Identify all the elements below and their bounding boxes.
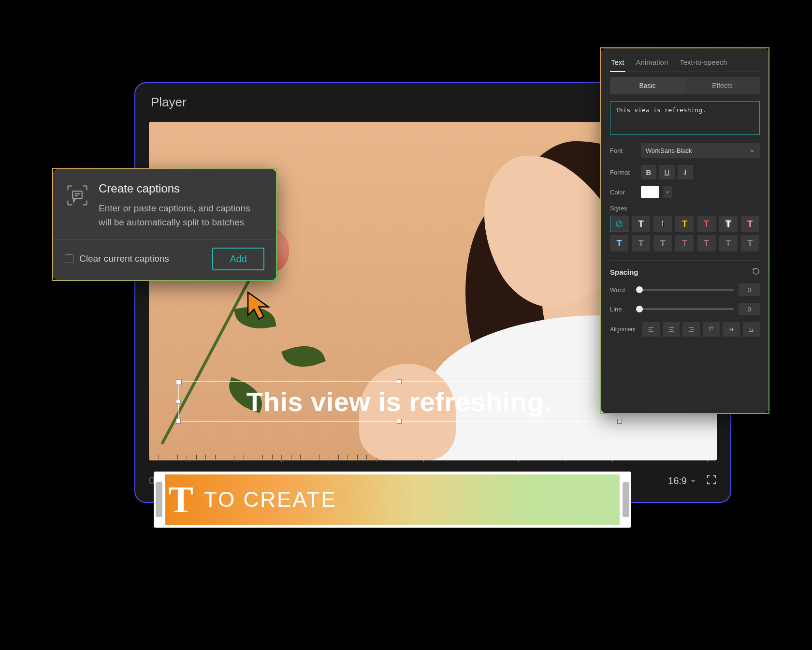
align-center-button[interactable] — [663, 322, 680, 337]
clear-captions-checkbox-row[interactable]: Clear current captions — [65, 253, 169, 264]
reset-icon[interactable] — [752, 267, 760, 277]
style-preset[interactable]: T — [741, 235, 759, 251]
style-preset[interactable]: T — [697, 216, 716, 232]
aspect-ratio-value: 16:9 — [668, 475, 687, 487]
style-preset[interactable]: T — [653, 235, 672, 251]
line-spacing-value[interactable]: 0 — [739, 303, 760, 315]
styles-grid: T T T T T T T T T T T T T — [610, 216, 760, 251]
align-left-button[interactable] — [642, 322, 659, 337]
create-captions-title: Create captions — [99, 182, 264, 195]
aspect-ratio-selector[interactable]: 16:9 — [668, 475, 696, 487]
create-captions-description: Enter or paste captions, and captions wi… — [99, 201, 264, 230]
panel-tabs: Text Animation Text-to-speech — [610, 55, 760, 72]
line-spacing-slider[interactable] — [636, 308, 734, 310]
font-label: Font — [610, 147, 637, 154]
captions-icon — [65, 182, 90, 209]
color-swatch[interactable] — [641, 186, 659, 198]
color-dropdown[interactable] — [663, 186, 672, 198]
caption-overlay-box[interactable]: This view is refreshing. — [178, 381, 620, 422]
color-label: Color — [610, 189, 637, 196]
panel-subtabs: Basic Effects — [610, 77, 760, 94]
align-top-button[interactable] — [703, 322, 720, 337]
chevron-down-icon — [690, 477, 696, 484]
timeline-text-clip[interactable]: T TO CREATE — [154, 472, 631, 528]
word-spacing-slider[interactable] — [636, 289, 734, 291]
word-spacing-value[interactable]: 0 — [739, 283, 760, 296]
spacing-label: Spacing — [610, 268, 638, 276]
text-clip-icon: T — [168, 481, 193, 518]
fullscreen-icon[interactable] — [706, 474, 717, 487]
style-preset[interactable]: T — [610, 235, 628, 251]
create-captions-modal: Create captions Enter or paste captions,… — [52, 168, 277, 281]
font-select[interactable]: WorkSans-Black — [641, 143, 760, 158]
text-clip-label: TO CREATE — [204, 488, 337, 512]
text-content-input[interactable]: This view is refreshing. — [610, 101, 760, 135]
word-spacing-label: Word — [610, 286, 631, 294]
underline-button[interactable]: U — [659, 165, 675, 179]
style-preset[interactable]: T — [741, 216, 759, 232]
alignment-label: Alignment — [610, 326, 636, 333]
clip-trim-handle-left[interactable] — [156, 482, 162, 517]
caption-overlay-text[interactable]: This view is refreshing. — [246, 386, 551, 417]
style-preset[interactable]: T — [632, 235, 650, 251]
style-preset[interactable]: T — [653, 216, 672, 232]
font-value: WorkSans-Black — [646, 147, 692, 154]
bold-button[interactable]: B — [641, 165, 656, 179]
subtab-effects[interactable]: Effects — [685, 77, 760, 94]
tab-text-to-speech[interactable]: Text-to-speech — [679, 55, 728, 72]
tab-text[interactable]: Text — [610, 55, 625, 72]
chevron-down-icon — [749, 148, 755, 154]
style-preset[interactable]: T — [697, 235, 716, 251]
clear-captions-label: Clear current captions — [79, 253, 169, 264]
svg-line-3 — [617, 222, 622, 226]
style-preset[interactable]: T — [719, 216, 738, 232]
checkbox-icon[interactable] — [65, 254, 73, 263]
svg-rect-0 — [72, 191, 82, 198]
style-preset[interactable]: T — [632, 216, 650, 232]
align-bottom-button[interactable] — [743, 322, 760, 337]
style-preset[interactable]: T — [719, 235, 738, 251]
clip-trim-handle-right[interactable] — [623, 482, 629, 517]
text-properties-panel: Text Animation Text-to-speech Basic Effe… — [600, 47, 769, 414]
line-spacing-label: Line — [610, 306, 631, 313]
align-right-button[interactable] — [682, 322, 699, 337]
style-preset[interactable]: T — [675, 216, 694, 232]
italic-button[interactable]: I — [678, 165, 693, 179]
styles-label: Styles — [610, 205, 760, 212]
add-button[interactable]: Add — [212, 248, 264, 270]
align-middle-button[interactable] — [723, 322, 740, 337]
tab-animation[interactable]: Animation — [635, 55, 669, 72]
format-label: Format — [610, 169, 637, 176]
subtab-basic[interactable]: Basic — [610, 77, 685, 94]
style-preset[interactable]: T — [675, 235, 694, 251]
style-none[interactable] — [610, 216, 628, 232]
